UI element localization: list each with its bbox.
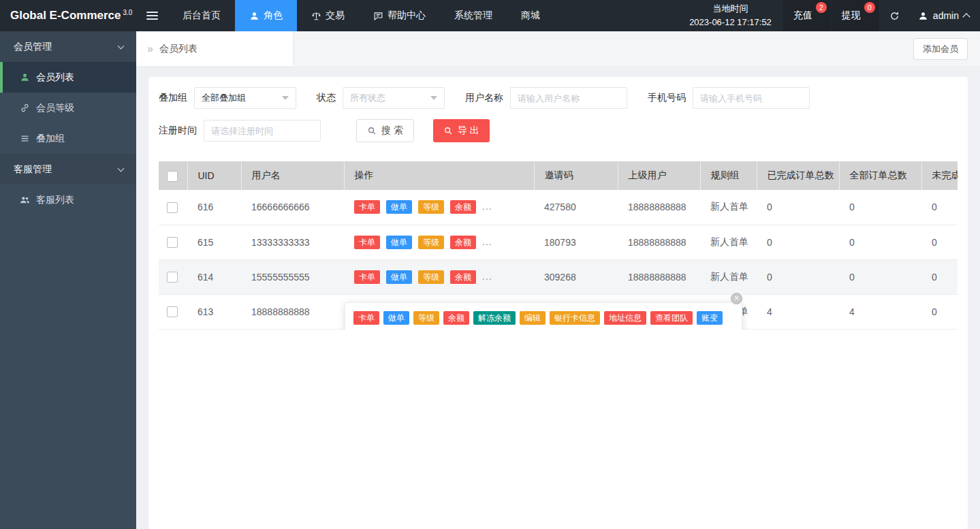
cell-username: 15555555555 [241, 259, 344, 294]
table-header-row: UID用户名操作邀请码上级用户规则组已完成订单总数全部订单总数未完成订单总数 [159, 161, 958, 190]
select-all-cell [159, 161, 187, 190]
close-icon[interactable]: × [731, 293, 742, 304]
row-action-button-1[interactable]: 做单 [386, 200, 412, 214]
popover-action-button-0-7[interactable]: 地址信息 [604, 311, 646, 325]
column-header-0: UID [187, 161, 241, 190]
sidebar-item-0-0[interactable]: 会员列表 [0, 62, 136, 93]
breadcrumb-current: 会员列表 [159, 43, 197, 55]
search-button[interactable]: 搜 索 [356, 119, 414, 142]
breadcrumb: » 会员列表 [136, 31, 293, 66]
chevron-down-icon [118, 165, 125, 172]
quick-action-label: 充值 [793, 10, 812, 22]
row-action-button-0[interactable]: 卡单 [354, 236, 380, 249]
popover-action-button-0-4[interactable]: 解冻余额 [473, 311, 516, 325]
app-logo: Global E-Commerce 3.0 [0, 0, 136, 31]
select-all-checkbox[interactable] [167, 171, 178, 182]
row-action-button-0[interactable]: 卡单 [354, 270, 380, 284]
popover-action-button-0-0[interactable]: 卡单 [353, 311, 379, 325]
cell-completed-orders: 4 [757, 294, 839, 329]
cell-parent-user: 18888888888 [618, 190, 700, 225]
column-header-8: 未完成订单总数 [921, 161, 958, 190]
sidebar-group-0[interactable]: 会员管理 [0, 31, 136, 62]
nav-item-2[interactable]: 交易 [297, 0, 359, 31]
refresh-icon [889, 11, 900, 21]
popover-action-button-0-9[interactable]: 账变 [697, 311, 723, 325]
refresh-button[interactable] [879, 0, 910, 31]
nav-item-4[interactable]: 系统管理 [440, 0, 507, 31]
row-select-cell [159, 190, 187, 225]
sidebar-item-0-2[interactable]: 叠加组 [0, 123, 136, 154]
popover-action-button-0-5[interactable]: 编辑 [520, 311, 546, 325]
popover-action-button-0-2[interactable]: 等级 [413, 311, 439, 325]
column-header-2: 操作 [344, 161, 534, 190]
status-select[interactable]: 所有状态 [343, 87, 445, 109]
nav-item-3[interactable]: 帮助中心 [359, 0, 440, 31]
phone-input[interactable] [693, 87, 810, 109]
stack-group-filter: 叠加组 全部叠加组 [159, 87, 296, 109]
row-checkbox[interactable] [167, 237, 178, 248]
row-action-button-2[interactable]: 等级 [418, 200, 444, 214]
row-action-button-1[interactable]: 做单 [386, 236, 412, 249]
nav-item-0[interactable]: 后台首页 [168, 0, 235, 31]
row-action-button-2[interactable]: 等级 [418, 236, 444, 249]
row-action-button-3[interactable]: 余额 [450, 270, 476, 284]
column-header-7: 全部订单总数 [839, 161, 921, 190]
sidebar-item-0-1[interactable]: 会员等级 [0, 93, 136, 123]
username-input[interactable] [510, 87, 627, 109]
username-filter: 用户名称 [465, 87, 627, 109]
chevron-down-icon [430, 96, 437, 100]
row-action-button-3[interactable]: 余额 [450, 236, 476, 249]
row-action-button-3[interactable]: 余额 [450, 200, 476, 214]
cell-uncompleted-orders: 0 [921, 190, 958, 225]
column-header-4: 上级用户 [618, 161, 700, 190]
cell-completed-orders: 0 [757, 225, 839, 259]
nav-item-1[interactable]: 角色 [235, 0, 297, 31]
admin-username: admin [933, 10, 959, 21]
more-actions-link[interactable]: ... [482, 236, 492, 247]
popover-action-button-0-3[interactable]: 余额 [443, 311, 469, 325]
cell-username: 16666666666 [241, 190, 344, 225]
row-action-button-1[interactable]: 做单 [386, 270, 412, 284]
cell-invite-code: 427580 [534, 190, 618, 225]
add-member-button[interactable]: 添加会员 [913, 38, 968, 60]
hamburger-icon [146, 10, 158, 22]
row-checkbox[interactable] [167, 272, 178, 283]
row-checkbox[interactable] [167, 306, 178, 317]
row-actions-cell: 卡单做单等级余额... [344, 190, 534, 225]
more-actions-link[interactable]: ... [482, 271, 492, 282]
sidebar-item-label: 客服列表 [36, 194, 74, 206]
quick-action-0[interactable]: 充值2 [783, 0, 831, 31]
quick-action-1[interactable]: 提现0 [832, 0, 879, 31]
sidebar-item-1-0[interactable]: 客服列表 [0, 185, 136, 215]
row-checkbox[interactable] [167, 202, 178, 213]
breadcrumb-bar: » 会员列表 添加会员 [136, 31, 980, 66]
sidebar-group-1[interactable]: 客服管理 [0, 154, 136, 185]
sidebar-item-label: 会员列表 [36, 71, 74, 84]
regtime-input[interactable] [204, 120, 321, 142]
admin-user-menu[interactable]: admin [910, 0, 980, 31]
search-icon [367, 126, 377, 135]
chat-icon [373, 11, 383, 21]
cell-username: 18888888888 [241, 294, 344, 329]
sidebar-collapse-button[interactable] [136, 0, 168, 31]
popover-rows: 卡单做单等级余额解冻余额编辑银行卡信息地址信息查看团队账变禁用删除设为假人 [353, 311, 733, 330]
popover-action-button-0-8[interactable]: 查看团队 [650, 311, 693, 325]
notification-badge: 2 [816, 2, 827, 13]
cell-invite-code: 309268 [534, 259, 618, 294]
users-icon [20, 195, 30, 205]
sidebar-item-label: 会员等级 [36, 102, 74, 114]
sidebar-group-label: 会员管理 [14, 41, 52, 53]
popover-action-button-0-1[interactable]: 做单 [383, 311, 409, 325]
row-action-button-2[interactable]: 等级 [418, 270, 444, 284]
popover-action-button-0-6[interactable]: 银行卡信息 [550, 311, 600, 325]
cell-total-orders: 0 [839, 259, 921, 294]
username-label: 用户名称 [465, 92, 503, 104]
more-actions-link[interactable]: ... [482, 201, 492, 212]
stack-group-select[interactable]: 全部叠加组 [194, 87, 296, 109]
row-action-button-0[interactable]: 卡单 [354, 200, 380, 214]
member-table-wrap: UID用户名操作邀请码上级用户规则组已完成订单总数全部订单总数未完成订单总数 6… [159, 161, 958, 330]
cell-completed-orders: 0 [757, 190, 839, 225]
user-icon [20, 72, 30, 82]
export-button[interactable]: 导 出 [433, 119, 490, 142]
nav-item-5[interactable]: 商城 [507, 0, 554, 31]
